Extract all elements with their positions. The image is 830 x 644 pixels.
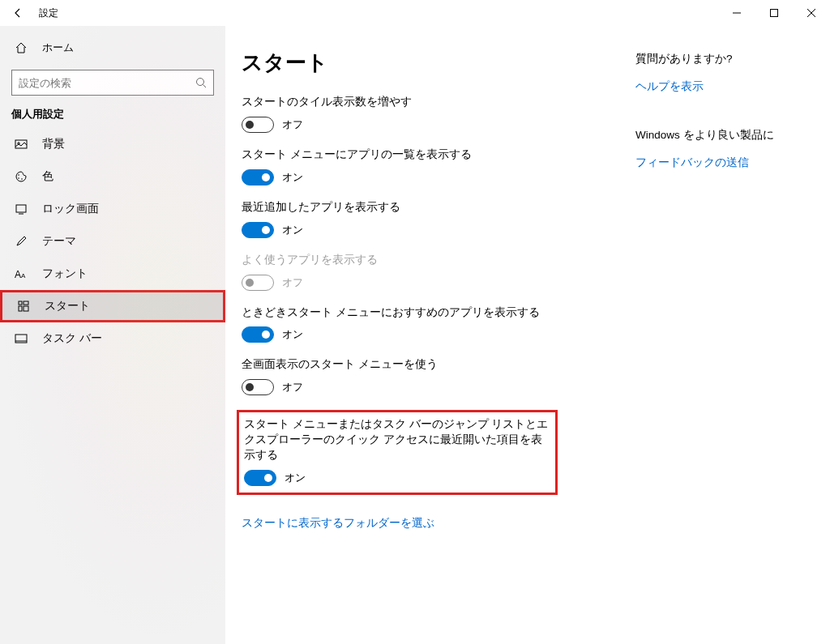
sidebar-item-lockscreen[interactable]: ロック画面 [0, 193, 225, 225]
toggle-switch[interactable] [244, 470, 276, 486]
svg-point-4 [197, 79, 204, 86]
svg-rect-11 [16, 205, 26, 212]
font-icon: AA [15, 268, 31, 279]
toggle-state-label: オフ [274, 117, 303, 132]
toggle-state-label: オン [274, 170, 303, 185]
setting-label: よく使うアプリを表示する [242, 253, 635, 268]
sidebar-item-label: フォント [31, 267, 88, 281]
close-icon [807, 9, 815, 17]
maximize-button[interactable] [755, 0, 793, 26]
svg-rect-1 [771, 10, 778, 17]
brush-icon [15, 235, 31, 248]
section-header: 個人用設定 [0, 107, 225, 128]
window-title: 設定 [36, 6, 58, 20]
svg-text:A: A [21, 272, 26, 279]
close-button[interactable] [793, 0, 830, 26]
setting-label: スタート メニューにアプリの一覧を表示する [242, 147, 635, 163]
sidebar: ホーム 個人用設定 背景 色 ロック画面 テーマ AA フォント [0, 26, 225, 644]
toggle-state-label: オン [274, 327, 303, 342]
svg-text:A: A [15, 269, 21, 279]
maximize-icon [770, 9, 778, 17]
setting-row: スタート メニューまたはタスク バーのジャンプ リストとエクスプローラーのクイッ… [237, 410, 558, 495]
svg-point-9 [18, 177, 19, 179]
svg-rect-6 [15, 140, 27, 148]
search-input[interactable] [12, 77, 189, 89]
picture-icon [15, 138, 31, 151]
setting-row: 全画面表示のスタート メニューを使うオフ [242, 357, 635, 395]
setting-row: スタートのタイル表示数を増やすオフ [242, 95, 635, 133]
palette-icon [15, 170, 31, 183]
taskbar-icon [15, 332, 31, 345]
toggle-switch[interactable] [242, 117, 274, 133]
toggle-switch [242, 275, 274, 291]
sidebar-item-label: 色 [31, 169, 53, 184]
feedback-link[interactable]: フィードバックの送信 [635, 156, 749, 170]
svg-rect-18 [24, 306, 28, 311]
toggle-switch[interactable] [242, 326, 274, 343]
lockscreen-icon [15, 203, 31, 215]
svg-point-8 [18, 174, 19, 176]
minimize-button[interactable] [718, 0, 755, 26]
toggle-switch[interactable] [242, 222, 274, 238]
back-button[interactable] [0, 0, 36, 26]
home-icon [15, 41, 31, 54]
start-icon [17, 300, 33, 313]
setting-label: スタート メニューまたはタスク バーのジャンプ リストとエクスプローラーのクイッ… [244, 417, 550, 463]
sidebar-item-themes[interactable]: テーマ [0, 225, 225, 258]
sidebar-item-label: テーマ [31, 234, 76, 249]
svg-point-10 [21, 178, 23, 180]
svg-rect-15 [19, 301, 22, 305]
home-label: ホーム [31, 41, 74, 55]
toggle-switch[interactable] [242, 379, 274, 395]
home-button[interactable]: ホーム [0, 32, 225, 63]
setting-label: 全画面表示のスタート メニューを使う [242, 357, 635, 373]
toggle-state-label: オン [276, 471, 306, 485]
setting-row: よく使うアプリを表示するオフ [242, 253, 635, 291]
svg-rect-17 [19, 306, 22, 311]
minimize-icon [733, 9, 741, 17]
sidebar-item-label: スタート [33, 299, 90, 313]
sidebar-item-colors[interactable]: 色 [0, 160, 225, 193]
toggle-switch[interactable] [242, 169, 274, 186]
sidebar-item-background[interactable]: 背景 [0, 128, 225, 160]
search-icon [189, 77, 213, 88]
back-arrow-icon [12, 7, 24, 19]
setting-row: スタート メニューにアプリの一覧を表示するオン [242, 147, 635, 186]
toggle-state-label: オフ [274, 380, 303, 395]
help-link[interactable]: ヘルプを表示 [635, 79, 704, 94]
setting-label: ときどきスタート メニューにおすすめのアプリを表示する [242, 305, 635, 321]
setting-row: ときどきスタート メニューにおすすめのアプリを表示するオン [242, 305, 635, 343]
toggle-state-label: オフ [274, 275, 303, 290]
sidebar-item-label: ロック画面 [31, 202, 99, 216]
setting-row: 最近追加したアプリを表示するオン [242, 200, 635, 238]
setting-label: 最近追加したアプリを表示する [242, 200, 635, 215]
svg-line-5 [203, 85, 207, 88]
toggle-state-label: オン [274, 223, 303, 237]
svg-rect-16 [24, 301, 28, 305]
help-pane: 質問がありますか? ヘルプを表示 Windows をより良い製品に フィードバッ… [635, 49, 798, 644]
sidebar-item-label: 背景 [31, 137, 65, 151]
choose-folders-link[interactable]: スタートに表示するフォルダーを選ぶ [242, 516, 434, 531]
search-box[interactable] [11, 70, 214, 96]
sidebar-item-taskbar[interactable]: タスク バー [0, 322, 225, 355]
sidebar-item-label: タスク バー [31, 331, 102, 346]
setting-label: スタートのタイル表示数を増やす [242, 95, 635, 110]
feedback-title: Windows をより良い製品に [635, 128, 798, 143]
main-pane: スタート スタートのタイル表示数を増やすオフスタート メニューにアプリの一覧を表… [242, 49, 635, 644]
sidebar-item-start[interactable]: スタート [0, 290, 225, 322]
page-title: スタート [242, 49, 635, 77]
sidebar-item-fonts[interactable]: AA フォント [0, 258, 225, 290]
help-title: 質問がありますか? [635, 52, 798, 66]
